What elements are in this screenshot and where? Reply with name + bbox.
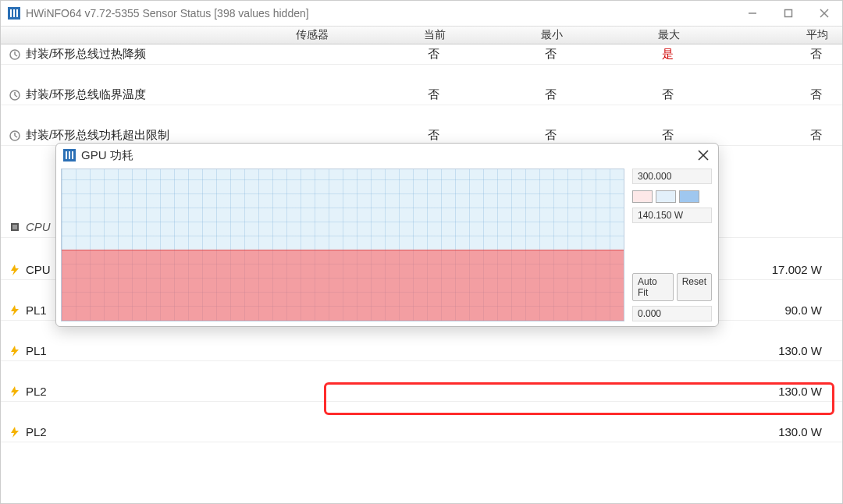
cell-max: 是 [571,44,688,64]
svg-rect-5 [785,10,792,17]
legend-swatch[interactable] [632,190,653,203]
cell-avg: 否 [688,85,836,105]
svg-marker-19 [11,264,19,275]
sensor-row[interactable]: PL1130.0 W [1,341,842,361]
clock-icon [9,89,21,101]
app-icon [62,148,76,162]
popup-close-button[interactable] [693,147,713,164]
sensor-row[interactable]: 封装/环形总线过热降频否否是否 [1,44,842,65]
svg-rect-49 [69,151,70,159]
svg-rect-1 [10,9,12,17]
chart-ymax: 300.000 [632,169,712,184]
window-title: HWiNFO64 v7.72-5355 Sensor Status [398 v… [26,7,309,20]
svg-line-16 [15,136,17,137]
sensor-label: 封装/环形总线过热降频 [26,47,146,62]
cell-min: 否 [454,85,571,105]
svg-line-10 [15,55,17,56]
svg-rect-50 [72,151,73,159]
minimize-button[interactable] [735,1,770,26]
bolt-icon [9,345,21,357]
sensor-label: CPU [26,263,51,276]
popup-titlebar[interactable]: GPU 功耗 [56,144,718,167]
autofit-button[interactable]: Auto Fit [632,273,674,301]
maximize-button[interactable] [770,1,806,26]
sensor-label: PL2 [26,385,47,398]
sensor-label: PL1 [26,303,47,317]
chart-current-value: 140.150 W [632,208,712,223]
chart-ymin: 0.000 [632,306,712,321]
legend-swatch[interactable] [679,190,699,203]
cell-avg: 130.0 W [688,382,836,401]
sensor-label: 封装/环形总线功耗超出限制 [26,128,169,143]
sensor-row[interactable]: PL2130.0 W [1,422,842,442]
chart-area[interactable] [61,169,624,321]
titlebar[interactable]: HWiNFO64 v7.72-5355 Sensor Status [398 v… [1,1,842,26]
cell-avg: 130.0 W [688,422,836,442]
cell-cur: 否 [336,85,454,105]
cell-max: 否 [571,85,688,105]
reset-button[interactable]: Reset [677,273,712,301]
chart-sidebar: 300.000 140.150 W Auto Fit Reset 0.000 [629,167,715,323]
bolt-icon [9,385,21,398]
grid-header: 传感器 当前 最小 最大 平均 [1,26,842,44]
svg-rect-2 [13,9,15,17]
cell-min: 否 [454,44,571,64]
app-icon [7,6,21,20]
sensor-row[interactable]: 封装/环形总线临界温度否否否否 [1,85,842,105]
bolt-icon [9,426,21,438]
main-window: HWiNFO64 v7.72-5355 Sensor Status [398 v… [0,0,843,504]
svg-line-13 [15,95,17,97]
legend-swatch[interactable] [656,190,676,203]
svg-marker-20 [11,305,19,316]
col-sensor[interactable]: 传感器 [1,27,336,44]
sensor-label: CPU [26,220,51,233]
cell-avg: 130.0 W [688,341,836,360]
sensor-row[interactable]: PL2130.0 W [1,382,842,402]
sensor-label: PL1 [26,344,47,357]
svg-rect-18 [12,225,17,229]
svg-marker-23 [11,427,19,438]
popup-body: 300.000 140.150 W Auto Fit Reset 0.000 [59,167,715,323]
bolt-icon [9,304,21,317]
col-current[interactable]: 当前 [336,27,454,44]
sensor-label: PL2 [26,425,47,438]
cell-cur: 否 [336,44,454,64]
sensor-label: 封装/环形总线临界温度 [26,87,146,102]
cell-avg: 否 [688,44,836,64]
col-max[interactable]: 最大 [571,27,688,44]
svg-marker-22 [11,386,19,397]
chip-icon [9,221,21,233]
graph-popup[interactable]: GPU 功耗 300.000 140.150 W Auto Fit Reset [55,143,719,327]
clock-icon [9,130,21,142]
clock-icon [9,48,21,61]
chart-legend [632,190,712,203]
sensor-row[interactable] [1,463,842,488]
col-avg[interactable]: 平均 [688,27,836,44]
bolt-icon [9,264,21,276]
svg-rect-3 [16,9,18,17]
window-controls [735,1,842,26]
svg-rect-48 [66,151,67,159]
col-min[interactable]: 最小 [454,27,571,44]
close-button[interactable] [806,1,842,26]
svg-marker-21 [11,346,19,357]
popup-title-text: GPU 功耗 [81,148,133,163]
chart-fill [62,250,624,321]
